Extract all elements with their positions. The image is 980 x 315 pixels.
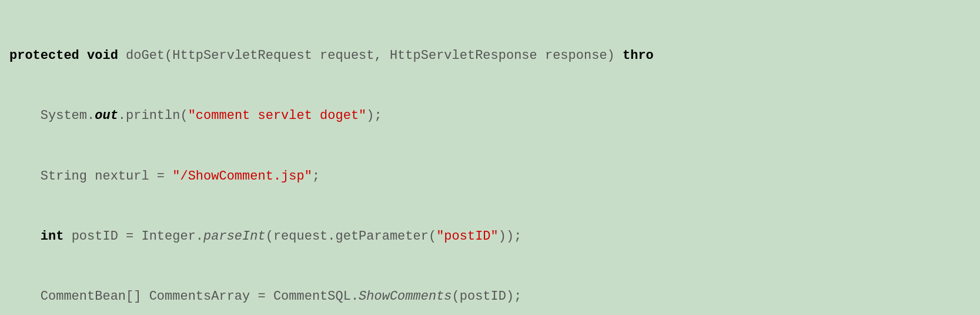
showcomments-args: (postID);: [452, 289, 522, 304]
string-postid: "postID": [436, 229, 499, 244]
system-out: System.: [41, 108, 95, 123]
commentbean-decl: CommentBean[] CommentsArray = CommentSQL…: [41, 289, 359, 304]
line-4: int postID = Integer.parseInt(request.ge…: [9, 227, 971, 247]
line-2: System.out.println("comment servlet doge…: [9, 106, 971, 126]
method-parseint: parseInt: [203, 229, 266, 244]
keyword-int: int: [41, 229, 72, 244]
string-nexturl-value: "/ShowComment.jsp": [172, 169, 312, 184]
code-block: protected void doGet(HttpServletRequest …: [9, 6, 971, 315]
parseint-args: (request.getParameter(: [266, 229, 436, 244]
method-signature: doGet(HttpServletRequest request, HttpSe…: [126, 48, 623, 63]
line-3: String nexturl = "/ShowComment.jsp";: [9, 167, 971, 187]
semicolon-1: );: [366, 108, 382, 123]
line-1: protected void doGet(HttpServletRequest …: [9, 46, 971, 66]
keyword-out: out: [95, 108, 118, 123]
keyword-void: void: [87, 48, 126, 63]
string-type: String nexturl =: [41, 169, 172, 184]
keyword-protected: protected: [9, 48, 87, 63]
keyword-thro: thro: [623, 48, 654, 63]
postid-assign: postID = Integer.: [72, 229, 203, 244]
println-call: .println(: [118, 108, 188, 123]
semicolon-2: ;: [312, 169, 320, 184]
parseint-close: ));: [499, 229, 522, 244]
method-showcomments: ShowComments: [359, 289, 451, 304]
string-comment-servlet: "comment servlet doget": [188, 108, 367, 123]
line-5: CommentBean[] CommentsArray = CommentSQL…: [9, 287, 971, 307]
